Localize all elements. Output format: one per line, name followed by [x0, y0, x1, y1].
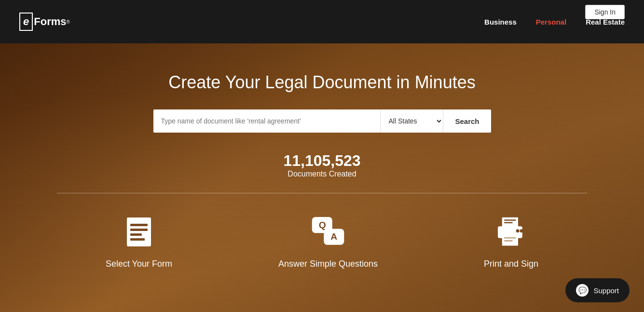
hero-section: Create Your Legal Document in Minutes Al…: [0, 43, 644, 312]
qa-icon: Q A: [309, 213, 347, 251]
support-label: Support: [593, 286, 619, 295]
document-search-input[interactable]: [153, 109, 381, 133]
svg-rect-15: [502, 234, 518, 246]
svg-text:Q: Q: [319, 220, 326, 230]
counter-section: 11,105,523 Documents Created: [283, 152, 360, 178]
print-icon: [492, 213, 531, 251]
svg-rect-3: [130, 233, 142, 236]
support-icon: 💬: [576, 284, 589, 297]
signin-button[interactable]: Sign In: [585, 5, 625, 19]
svg-point-14: [520, 229, 523, 232]
counter-label: Documents Created: [288, 170, 356, 178]
svg-rect-17: [504, 240, 513, 242]
svg-rect-2: [130, 229, 148, 231]
hero-title: Create Your Legal Document in Minutes: [168, 72, 475, 93]
svg-point-13: [516, 229, 519, 232]
step-print-sign-label: Print and Sign: [484, 259, 538, 269]
svg-rect-16: [504, 237, 516, 239]
svg-rect-11: [504, 222, 513, 223]
support-button[interactable]: 💬 Support: [565, 278, 630, 302]
svg-rect-0: [127, 217, 151, 246]
counter-number: 11,105,523: [283, 152, 360, 170]
search-button[interactable]: Search: [443, 109, 491, 133]
svg-rect-4: [130, 238, 145, 241]
search-bar: All States Alabama Alaska Arizona Califo…: [153, 109, 491, 133]
step-answer-questions-label: Answer Simple Questions: [278, 259, 378, 269]
nav-business[interactable]: Business: [484, 18, 517, 26]
step-select-form: Select Your Form: [106, 213, 172, 269]
svg-text:A: A: [330, 231, 337, 242]
svg-rect-1: [130, 224, 148, 226]
nav-personal[interactable]: Personal: [536, 18, 566, 26]
step-select-form-label: Select Your Form: [106, 259, 172, 269]
form-icon: [120, 213, 158, 251]
step-answer-questions: Q A Answer Simple Questions: [278, 213, 378, 269]
logo[interactable]: e Forms®: [19, 13, 70, 31]
logo-box: e: [19, 13, 33, 31]
steps-section: Select Your Form Q A Answer Simple Quest…: [106, 213, 538, 269]
header: e Forms® Business Personal Real Estate S…: [0, 0, 644, 43]
logo-registered: ®: [67, 19, 70, 25]
svg-rect-10: [504, 219, 516, 221]
divider: [57, 193, 588, 193]
step-print-sign: Print and Sign: [484, 213, 538, 269]
state-select[interactable]: All States Alabama Alaska Arizona Califo…: [380, 109, 443, 133]
logo-e-letter: e: [23, 15, 29, 28]
hero-content: Create Your Legal Document in Minutes Al…: [0, 43, 644, 269]
logo-forms-text: Forms: [34, 15, 66, 28]
support-icon-symbol: 💬: [578, 286, 587, 294]
